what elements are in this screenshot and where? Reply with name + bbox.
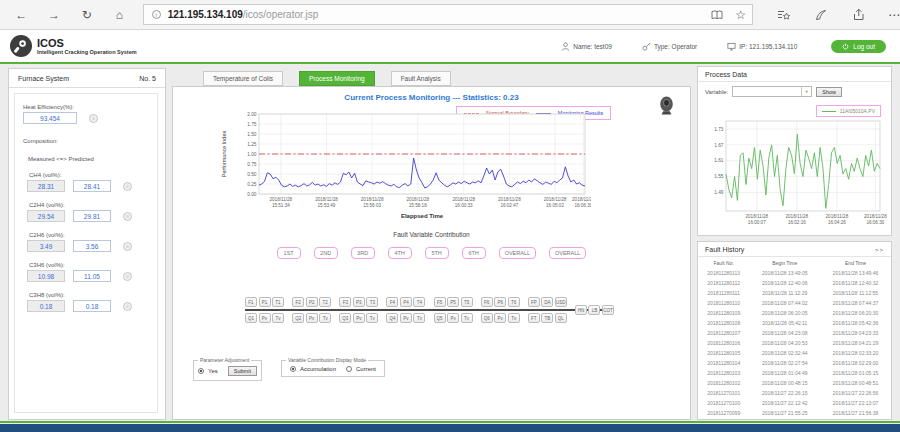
trend-icon[interactable] bbox=[123, 302, 132, 311]
predicted-input[interactable] bbox=[73, 210, 111, 222]
variable-button-pv[interactable]: Pv bbox=[259, 313, 271, 323]
variable-button-pv[interactable]: Pv bbox=[306, 313, 318, 323]
trend-icon[interactable] bbox=[123, 212, 132, 221]
measured-input[interactable] bbox=[27, 270, 65, 282]
menu-ellipsis-icon[interactable]: ⋯ bbox=[888, 8, 900, 22]
variable-button-pv[interactable]: Pv bbox=[400, 313, 412, 323]
variable-button-p5[interactable]: P5 bbox=[447, 297, 459, 307]
variable-button-tv[interactable]: Tv bbox=[319, 313, 331, 323]
variable-button-da[interactable]: DA bbox=[541, 297, 553, 307]
variable-button-p1[interactable]: P1 bbox=[259, 297, 271, 307]
variable-button-tv[interactable]: Tv bbox=[508, 313, 520, 323]
predicted-input[interactable] bbox=[73, 270, 111, 282]
trend-icon[interactable] bbox=[123, 242, 132, 251]
variable-button-pv[interactable]: Pv bbox=[353, 313, 365, 323]
variable-button-q3[interactable]: Q3 bbox=[339, 313, 351, 323]
variable-button-tv[interactable]: Tv bbox=[461, 313, 473, 323]
favorite-star-icon[interactable]: ☆ bbox=[735, 8, 746, 22]
variable-button-tv[interactable]: Tv bbox=[272, 313, 284, 323]
variable-button-hn[interactable]: HN bbox=[575, 305, 587, 315]
fault-history-row[interactable]: 2018112801022018/11/28 00:48:152018/11/2… bbox=[698, 378, 891, 388]
submit-button[interactable]: Submit bbox=[228, 366, 257, 376]
share-icon[interactable] bbox=[851, 8, 864, 21]
fault-history-row[interactable]: 2018112701002018/11/27 22:12:422018/11/2… bbox=[698, 398, 891, 408]
fault-history-row[interactable]: 2018112801112018/11/28 11:12:292018/11/2… bbox=[698, 288, 891, 298]
address-bar[interactable]: i 121.195.134.109/icos/operator.jsp ☆ bbox=[143, 4, 753, 25]
measured-input[interactable] bbox=[27, 210, 65, 222]
variable-button-f1[interactable]: F1 bbox=[245, 297, 257, 307]
variable-button-p2[interactable]: P2 bbox=[306, 297, 318, 307]
tab-temperature-of-coils[interactable]: Temperature of Coils bbox=[203, 71, 283, 86]
back-icon[interactable]: ← bbox=[10, 8, 33, 22]
variable-button-t2[interactable]: T2 bbox=[319, 297, 331, 307]
variable-button-fp[interactable]: FP bbox=[528, 297, 540, 307]
annotate-pen-icon[interactable] bbox=[815, 9, 827, 21]
refresh-icon[interactable]: ↻ bbox=[75, 8, 98, 22]
variable-button-p4[interactable]: P4 bbox=[400, 297, 412, 307]
current-radio[interactable] bbox=[346, 366, 352, 372]
fault-history-row[interactable]: 2018112801102018/11/28 07:44:022018/11/2… bbox=[698, 298, 891, 308]
reading-view-icon[interactable] bbox=[711, 10, 723, 20]
tab-fault-analysis[interactable]: Fault Analysis bbox=[391, 71, 451, 86]
fault-history-row[interactable]: 2018112801042018/11/28 02:27:542018/11/2… bbox=[698, 358, 891, 368]
predicted-input[interactable] bbox=[73, 180, 111, 192]
fault-history-more-link[interactable]: >> bbox=[875, 247, 884, 253]
home-icon[interactable]: ⌂ bbox=[108, 8, 131, 22]
contribution-button-4th[interactable]: 4TH bbox=[388, 247, 412, 259]
parameter-yes-radio[interactable] bbox=[198, 368, 204, 374]
variable-button-q1[interactable]: Q1 bbox=[245, 313, 257, 323]
variable-button-usd[interactable]: USD bbox=[555, 297, 567, 307]
variable-button-q2[interactable]: Q2 bbox=[292, 313, 304, 323]
fault-history-row[interactable]: 2018112701012018/11/27 22:26:152018/11/2… bbox=[698, 388, 891, 398]
variable-button-t3[interactable]: T3 bbox=[366, 297, 378, 307]
logout-button[interactable]: Log out bbox=[831, 40, 886, 53]
variable-button-p6[interactable]: P6 bbox=[494, 297, 506, 307]
variable-button-t1[interactable]: T1 bbox=[272, 297, 284, 307]
variable-button-f5[interactable]: F5 bbox=[434, 297, 446, 307]
variable-button-q4[interactable]: Q4 bbox=[386, 313, 398, 323]
fault-history-row[interactable]: 2018112801052018/11/28 02:32:442018/11/2… bbox=[698, 348, 891, 358]
variable-button-ft[interactable]: FT bbox=[528, 313, 540, 323]
variable-button-f4[interactable]: F4 bbox=[386, 297, 398, 307]
variable-button-lb[interactable]: LB bbox=[588, 305, 600, 315]
forward-icon[interactable]: → bbox=[43, 8, 66, 22]
accumulation-radio[interactable] bbox=[290, 366, 296, 372]
variable-button-t5[interactable]: T5 bbox=[461, 297, 473, 307]
contribution-button-6th[interactable]: 6TH bbox=[462, 247, 486, 259]
variable-button-t6[interactable]: T6 bbox=[508, 297, 520, 307]
variable-button-p3[interactable]: P3 bbox=[353, 297, 365, 307]
contribution-button-overall[interactable]: OVERALL bbox=[499, 247, 536, 259]
variable-button-tv[interactable]: Tv bbox=[413, 313, 425, 323]
predicted-input[interactable] bbox=[73, 300, 111, 312]
fault-history-row[interactable]: 2018112801122018/11/28 12:40:062018/11/2… bbox=[698, 278, 891, 288]
measured-input[interactable] bbox=[27, 180, 65, 192]
variable-button-ql[interactable]: QL bbox=[555, 313, 567, 323]
fault-history-row[interactable]: 2018112700992018/11/27 21:55:252018/11/2… bbox=[698, 408, 891, 418]
trend-icon[interactable] bbox=[123, 272, 132, 281]
contribution-button-overall[interactable]: OVERALL bbox=[549, 247, 586, 259]
chevron-down-icon[interactable]: ▼ bbox=[801, 87, 811, 96]
variable-button-q5[interactable]: Q5 bbox=[434, 313, 446, 323]
variable-button-pv[interactable]: Pv bbox=[494, 313, 506, 323]
fault-history-row[interactable]: 2018112801032018/11/28 01:04:492018/11/2… bbox=[698, 368, 891, 378]
variable-button-tb[interactable]: TB bbox=[541, 313, 553, 323]
measured-input[interactable] bbox=[27, 240, 65, 252]
contribution-button-3rd[interactable]: 3RD bbox=[351, 247, 375, 259]
fault-history-row[interactable]: 2018112801092018/11/28 06:20:052018/11/2… bbox=[698, 308, 891, 318]
heat-efficiency-input[interactable] bbox=[23, 112, 77, 124]
variable-button-pv[interactable]: Pv bbox=[447, 313, 459, 323]
variable-button-q6[interactable]: Q6 bbox=[481, 313, 493, 323]
predicted-input[interactable] bbox=[73, 240, 111, 252]
variable-button-t4[interactable]: T4 bbox=[413, 297, 425, 307]
measured-input[interactable] bbox=[27, 300, 65, 312]
trend-icon[interactable] bbox=[89, 114, 98, 123]
variable-button-tv[interactable]: Tv bbox=[366, 313, 378, 323]
variable-button-cot[interactable]: COT bbox=[602, 305, 614, 315]
variable-button-f6[interactable]: F6 bbox=[481, 297, 493, 307]
fault-history-row[interactable]: 2018112801072018/11/28 04:23:082018/11/2… bbox=[698, 328, 891, 338]
fault-history-row[interactable]: 2018112801082018/11/28 05:42:112018/11/2… bbox=[698, 318, 891, 328]
favorites-hub-icon[interactable] bbox=[777, 9, 791, 21]
tab-process-monitoring[interactable]: Process Monitoring bbox=[299, 71, 375, 86]
fault-history-row[interactable]: 2018112801062018/11/28 04:20:532018/11/2… bbox=[698, 338, 891, 348]
contribution-button-1st[interactable]: 1ST bbox=[277, 247, 301, 259]
